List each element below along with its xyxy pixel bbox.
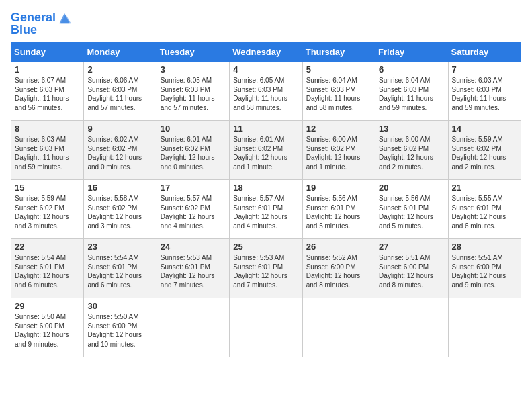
day-number: 17 [161,183,226,193]
table-row: 3Sunrise: 6:05 AMSunset: 6:03 PMDaylight… [157,62,229,121]
day-number: 25 [233,242,298,252]
cell-content: Sunrise: 5:51 AMSunset: 6:00 PMDaylight:… [379,253,444,289]
day-number: 9 [87,124,152,134]
col-saturday: Saturday [448,43,521,62]
cell-content: Sunrise: 6:00 AMSunset: 6:02 PMDaylight:… [306,135,371,171]
table-row: 16Sunrise: 5:58 AMSunset: 6:02 PMDayligh… [84,180,157,239]
table-row: 7Sunrise: 6:03 AMSunset: 6:03 PMDaylight… [448,62,521,121]
table-row: 21Sunrise: 5:55 AMSunset: 6:01 PMDayligh… [448,180,521,239]
cell-content: Sunrise: 5:57 AMSunset: 6:01 PMDaylight:… [233,194,298,230]
day-number: 6 [379,64,444,75]
cell-content: Sunrise: 5:59 AMSunset: 6:02 PMDaylight:… [452,135,517,171]
day-number: 22 [15,242,80,252]
day-number: 20 [379,183,444,193]
col-sunday: Sunday [11,43,84,62]
table-row: 6Sunrise: 6:04 AMSunset: 6:03 PMDaylight… [375,62,448,121]
day-number: 12 [306,124,371,134]
table-row: 18Sunrise: 5:57 AMSunset: 6:01 PMDayligh… [230,180,302,239]
cell-content: Sunrise: 6:03 AMSunset: 6:03 PMDaylight:… [15,135,80,171]
day-number: 1 [15,64,80,75]
cell-content: Sunrise: 6:01 AMSunset: 6:02 PMDaylight:… [233,135,298,171]
table-row: 14Sunrise: 5:59 AMSunset: 6:02 PMDayligh… [448,121,521,180]
logo: General Blue [11,11,72,37]
col-monday: Monday [84,43,157,62]
calendar-week-row: 29Sunrise: 5:50 AMSunset: 6:00 PMDayligh… [11,298,521,357]
day-number: 4 [233,64,298,75]
cell-content: Sunrise: 6:01 AMSunset: 6:02 PMDaylight:… [161,135,226,171]
table-row: 8Sunrise: 6:03 AMSunset: 6:03 PMDaylight… [11,121,84,180]
table-row: 15Sunrise: 5:59 AMSunset: 6:02 PMDayligh… [11,180,84,239]
table-row: 2Sunrise: 6:06 AMSunset: 6:03 PMDaylight… [84,62,157,121]
day-number: 2 [87,64,152,75]
calendar-week-row: 8Sunrise: 6:03 AMSunset: 6:03 PMDaylight… [11,121,521,180]
cell-content: Sunrise: 5:59 AMSunset: 6:02 PMDaylight:… [15,194,80,230]
table-row: 4Sunrise: 6:05 AMSunset: 6:03 PMDaylight… [230,62,302,121]
day-number: 19 [306,183,371,193]
header-row: Sunday Monday Tuesday Wednesday Thursday… [11,43,521,62]
day-number: 8 [15,124,80,134]
day-number: 24 [161,242,226,252]
table-row: 17Sunrise: 5:57 AMSunset: 6:02 PMDayligh… [157,180,229,239]
table-row: 29Sunrise: 5:50 AMSunset: 6:00 PMDayligh… [11,298,84,357]
table-row: 12Sunrise: 6:00 AMSunset: 6:02 PMDayligh… [302,121,375,180]
table-row: 23Sunrise: 5:54 AMSunset: 6:01 PMDayligh… [84,239,157,298]
cell-content: Sunrise: 5:53 AMSunset: 6:01 PMDaylight:… [161,253,226,289]
table-row: 1Sunrise: 6:07 AMSunset: 6:03 PMDaylight… [11,62,84,121]
table-row: 10Sunrise: 6:01 AMSunset: 6:02 PMDayligh… [157,121,229,180]
day-number: 5 [306,64,371,75]
day-number: 10 [161,124,226,134]
cell-content: Sunrise: 5:56 AMSunset: 6:01 PMDaylight:… [306,194,371,230]
day-number: 3 [161,64,226,75]
table-row: 26Sunrise: 5:52 AMSunset: 6:00 PMDayligh… [302,239,375,298]
table-row [302,298,375,357]
day-number: 21 [452,183,517,193]
cell-content: Sunrise: 6:02 AMSunset: 6:02 PMDaylight:… [87,135,152,171]
day-number: 23 [87,242,152,252]
table-row: 11Sunrise: 6:01 AMSunset: 6:02 PMDayligh… [230,121,302,180]
cell-content: Sunrise: 5:55 AMSunset: 6:01 PMDaylight:… [452,194,517,230]
cell-content: Sunrise: 5:52 AMSunset: 6:00 PMDaylight:… [306,253,371,289]
day-number: 13 [379,124,444,134]
cell-content: Sunrise: 6:05 AMSunset: 6:03 PMDaylight:… [233,76,298,112]
cell-content: Sunrise: 5:53 AMSunset: 6:01 PMDaylight:… [233,253,298,289]
day-number: 29 [15,301,80,311]
table-row [375,298,448,357]
day-number: 15 [15,183,80,193]
day-number: 28 [452,242,517,252]
table-row: 28Sunrise: 5:51 AMSunset: 6:00 PMDayligh… [448,239,521,298]
calendar-week-row: 15Sunrise: 5:59 AMSunset: 6:02 PMDayligh… [11,180,521,239]
table-row: 9Sunrise: 6:02 AMSunset: 6:02 PMDaylight… [84,121,157,180]
cell-content: Sunrise: 5:54 AMSunset: 6:01 PMDaylight:… [15,253,80,289]
table-row: 27Sunrise: 5:51 AMSunset: 6:00 PMDayligh… [375,239,448,298]
day-number: 14 [452,124,517,134]
cell-content: Sunrise: 5:58 AMSunset: 6:02 PMDaylight:… [87,194,152,230]
cell-content: Sunrise: 6:04 AMSunset: 6:03 PMDaylight:… [379,76,444,112]
col-wednesday: Wednesday [230,43,302,62]
cell-content: Sunrise: 6:07 AMSunset: 6:03 PMDaylight:… [15,76,80,112]
cell-content: Sunrise: 5:54 AMSunset: 6:01 PMDaylight:… [87,253,152,289]
table-row: 22Sunrise: 5:54 AMSunset: 6:01 PMDayligh… [11,239,84,298]
calendar-week-row: 1Sunrise: 6:07 AMSunset: 6:03 PMDaylight… [11,62,521,121]
table-row: 19Sunrise: 5:56 AMSunset: 6:01 PMDayligh… [302,180,375,239]
cell-content: Sunrise: 6:03 AMSunset: 6:03 PMDaylight:… [452,76,517,112]
day-number: 7 [452,64,517,75]
cell-content: Sunrise: 5:51 AMSunset: 6:00 PMDaylight:… [452,253,517,289]
table-row [230,298,302,357]
day-number: 18 [233,183,298,193]
table-row: 20Sunrise: 5:56 AMSunset: 6:01 PMDayligh… [375,180,448,239]
cell-content: Sunrise: 5:57 AMSunset: 6:02 PMDaylight:… [161,194,226,230]
logo-icon [57,11,72,26]
col-tuesday: Tuesday [157,43,229,62]
table-row: 24Sunrise: 5:53 AMSunset: 6:01 PMDayligh… [157,239,229,298]
table-row: 25Sunrise: 5:53 AMSunset: 6:01 PMDayligh… [230,239,302,298]
day-number: 11 [233,124,298,134]
table-row: 13Sunrise: 6:00 AMSunset: 6:02 PMDayligh… [375,121,448,180]
cell-content: Sunrise: 6:06 AMSunset: 6:03 PMDaylight:… [87,76,152,112]
day-number: 30 [87,301,152,311]
calendar-table: Sunday Monday Tuesday Wednesday Thursday… [11,42,521,357]
cell-content: Sunrise: 5:50 AMSunset: 6:00 PMDaylight:… [87,312,152,349]
col-friday: Friday [375,43,448,62]
cell-content: Sunrise: 5:56 AMSunset: 6:01 PMDaylight:… [379,194,444,230]
table-row [157,298,229,357]
day-number: 16 [87,183,152,193]
